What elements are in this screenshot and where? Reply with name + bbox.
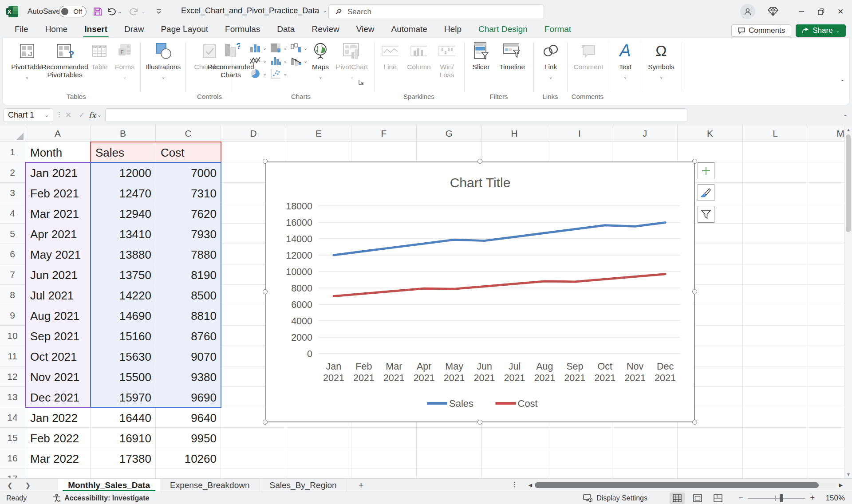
- chart-resize-handle[interactable]: [263, 420, 268, 425]
- ribbon-tab-file[interactable]: File: [6, 23, 37, 38]
- ribbon-tab-help[interactable]: Help: [436, 23, 470, 38]
- ribbon-tab-draw[interactable]: Draw: [116, 23, 152, 38]
- cell-B1[interactable]: Sales: [91, 142, 156, 163]
- symbols-button[interactable]: Ω Symbols ⌄: [645, 41, 677, 81]
- vertical-scrollbar[interactable]: ▲ ▼: [844, 126, 852, 478]
- chart-resize-handle[interactable]: [692, 420, 697, 425]
- cell-A3[interactable]: Feb 2021: [26, 183, 91, 204]
- cell-C1[interactable]: Cost: [156, 142, 221, 163]
- restore-button[interactable]: [811, 3, 831, 20]
- row-header-14[interactable]: 14: [0, 407, 25, 428]
- column-header-J[interactable]: J: [612, 126, 678, 142]
- account-avatar[interactable]: [740, 4, 755, 19]
- undo-dropdown-chevron[interactable]: ⌄: [118, 9, 122, 15]
- column-header-E[interactable]: E: [286, 126, 351, 142]
- cell-B2[interactable]: 12000: [91, 163, 156, 183]
- formula-input[interactable]: [105, 108, 687, 122]
- link-button[interactable]: Link ⌄: [538, 41, 564, 81]
- hscroll-left-arrow[interactable]: ◀: [526, 482, 535, 488]
- ribbon-tab-page-layout[interactable]: Page Layout: [152, 23, 217, 38]
- column-header-G[interactable]: G: [417, 126, 482, 142]
- cell-B6[interactable]: 13880: [91, 244, 156, 265]
- minimize-button[interactable]: ─: [792, 3, 811, 20]
- insert-function-button[interactable]: fx⌄: [89, 109, 101, 122]
- close-button[interactable]: ✕: [831, 3, 850, 20]
- column-header-C[interactable]: C: [156, 126, 221, 142]
- row-header-3[interactable]: 3: [0, 183, 25, 203]
- cell-A2[interactable]: Jan 2021: [26, 163, 91, 183]
- row-header-1[interactable]: 1: [0, 142, 25, 162]
- cell-A10[interactable]: Sep 2021: [26, 326, 91, 346]
- search-input[interactable]: 🔍︎ Search: [328, 4, 544, 19]
- chart-filters-button[interactable]: [698, 206, 714, 223]
- cell-B10[interactable]: 15160: [91, 326, 156, 346]
- comments-button[interactable]: Comments: [731, 24, 791, 37]
- cell-B7[interactable]: 13750: [91, 265, 156, 285]
- cell-B14[interactable]: 16440: [91, 408, 156, 428]
- row-header-5[interactable]: 5: [0, 224, 25, 244]
- redo-button[interactable]: [128, 5, 141, 18]
- column-header-K[interactable]: K: [678, 126, 743, 142]
- cell-C5[interactable]: 7930: [156, 224, 221, 244]
- timeline-button[interactable]: Timeline: [496, 41, 528, 71]
- chart-title[interactable]: Chart Title: [450, 175, 511, 190]
- sheet-tab-expense_breakdown[interactable]: Expense_Breakdown: [160, 479, 260, 492]
- share-button[interactable]: Share ⌄: [796, 24, 846, 37]
- accessibility-status[interactable]: x Accessibility: Investigate: [52, 494, 149, 502]
- column-header-H[interactable]: H: [482, 126, 547, 142]
- undo-button[interactable]: [104, 5, 118, 18]
- sheet-tab-monthly_sales_data[interactable]: Monthly_Sales_Data: [58, 479, 160, 492]
- insert-pie-chart-button[interactable]: ⌄: [249, 67, 270, 80]
- zoom-in-button[interactable]: +: [805, 493, 819, 503]
- chart-elements-button[interactable]: [698, 162, 714, 179]
- chart-object[interactable]: Chart Title02000400060008000100001200014…: [265, 161, 695, 422]
- row-header-13[interactable]: 13: [0, 387, 25, 407]
- cell-C13[interactable]: 9690: [156, 387, 221, 408]
- chart-resize-handle[interactable]: [692, 289, 697, 294]
- cell-B15[interactable]: 16910: [91, 428, 156, 449]
- cell-C16[interactable]: 10260: [156, 449, 221, 469]
- column-header-D[interactable]: D: [221, 126, 286, 142]
- cell-B11[interactable]: 15630: [91, 346, 156, 367]
- cell-A8[interactable]: Jul 2021: [26, 285, 91, 306]
- maps-button[interactable]: Maps ⌄: [308, 41, 333, 81]
- sheet-tab-sales_by_region[interactable]: Sales_By_Region: [260, 479, 347, 492]
- row-header-9[interactable]: 9: [0, 305, 25, 326]
- cell-A11[interactable]: Oct 2021: [26, 346, 91, 367]
- row-header-2[interactable]: 2: [0, 162, 25, 183]
- cell-C14[interactable]: 9640: [156, 408, 221, 428]
- ribbon-tab-chart-design[interactable]: Chart Design: [470, 23, 536, 38]
- cell-C3[interactable]: 7310: [156, 183, 221, 204]
- cell-C12[interactable]: 9380: [156, 367, 221, 387]
- row-header-16[interactable]: 16: [0, 448, 25, 469]
- pivottable-button[interactable]: PivotTable ⌄: [12, 41, 42, 81]
- page-break-view-button[interactable]: [710, 492, 726, 504]
- cell-B5[interactable]: 13410: [91, 224, 156, 244]
- cell-C10[interactable]: 8760: [156, 326, 221, 346]
- insert-statistic-chart-button[interactable]: ⌄: [270, 55, 290, 67]
- slicer-button[interactable]: Slicer: [469, 41, 493, 71]
- display-settings-button[interactable]: Display Settings: [583, 494, 647, 502]
- hscroll-right-arrow[interactable]: ▶: [836, 482, 845, 488]
- chart-resize-handle[interactable]: [692, 159, 697, 164]
- row-header-15[interactable]: 15: [0, 428, 25, 448]
- row-header-6[interactable]: 6: [0, 244, 25, 264]
- chart-resize-handle[interactable]: [263, 289, 268, 294]
- row-header-12[interactable]: 12: [0, 366, 25, 387]
- insert-line-chart-button[interactable]: ⌄: [249, 55, 270, 67]
- cell-C15[interactable]: 9950: [156, 428, 221, 449]
- sheet-nav-left-arrow[interactable]: ❮: [7, 481, 13, 489]
- column-header-A[interactable]: A: [25, 126, 91, 142]
- horizontal-scrollbar[interactable]: [535, 482, 836, 488]
- new-sheet-button[interactable]: +: [347, 479, 375, 492]
- cell-B12[interactable]: 15500: [91, 367, 156, 387]
- expand-formula-bar-chevron[interactable]: ⌄: [843, 111, 848, 118]
- ribbon-tab-data[interactable]: Data: [268, 23, 303, 38]
- cell-B3[interactable]: 12470: [91, 183, 156, 204]
- select-all-corner[interactable]: [0, 126, 25, 142]
- cell-C6[interactable]: 7880: [156, 244, 221, 265]
- ribbon-tab-review[interactable]: Review: [303, 23, 347, 38]
- ribbon-tab-formulas[interactable]: Formulas: [217, 23, 268, 38]
- ribbon-tab-insert[interactable]: Insert: [76, 23, 116, 38]
- collapse-ribbon-chevron[interactable]: ⌄: [840, 76, 845, 83]
